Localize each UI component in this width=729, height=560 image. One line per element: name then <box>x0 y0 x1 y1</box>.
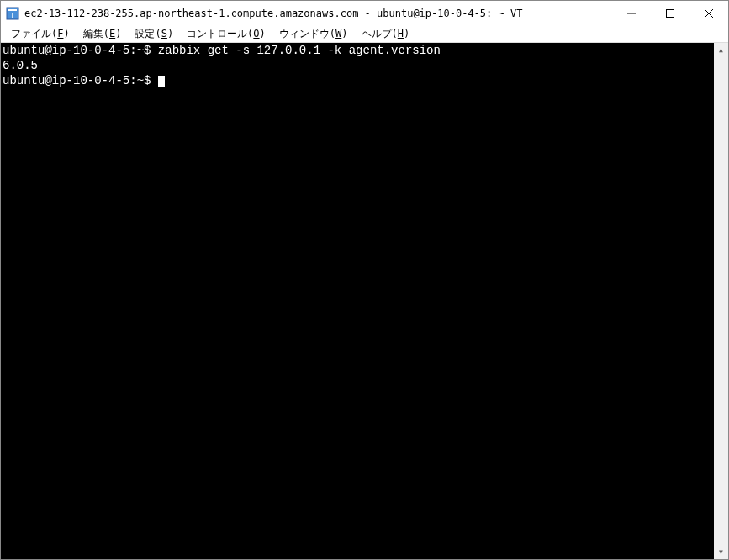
terminal-wrapper: ubuntu@ip-10-0-4-5:~$ zabbix_get -s 127.… <box>1 43 728 559</box>
cursor-icon <box>158 76 165 87</box>
maximize-button[interactable] <box>651 1 689 26</box>
scroll-track[interactable] <box>714 57 728 545</box>
menubar: ファイル(F) 編集(E) 設定(S) コントロール(O) ウィンドウ(W) ヘ… <box>1 26 728 43</box>
scroll-down-button[interactable]: ▼ <box>714 545 728 559</box>
titlebar: T ec2-13-112-238-255.ap-northeast-1.comp… <box>1 1 728 26</box>
menu-help[interactable]: ヘルプ(H) <box>355 25 417 43</box>
svg-text:T: T <box>10 11 15 19</box>
close-button[interactable] <box>689 1 728 26</box>
menu-file[interactable]: ファイル(F) <box>4 25 77 43</box>
app-icon: T <box>6 7 19 20</box>
menu-setup[interactable]: 設定(S) <box>128 25 180 43</box>
menu-window[interactable]: ウィンドウ(W) <box>272 25 355 43</box>
menu-edit[interactable]: 編集(E) <box>77 25 129 43</box>
scroll-up-button[interactable]: ▲ <box>714 43 728 57</box>
terminal-line: ubuntu@ip-10-0-4-5:~$ zabbix_get -s 127.… <box>3 43 712 58</box>
terminal-prompt: ubuntu@ip-10-0-4-5:~$ <box>3 73 712 88</box>
window-controls <box>612 1 728 26</box>
minimize-button[interactable] <box>612 1 651 26</box>
scrollbar[interactable]: ▲ ▼ <box>714 43 728 559</box>
svg-rect-4 <box>667 10 674 18</box>
menu-control[interactable]: コントロール(O) <box>180 25 272 43</box>
terminal-output: 6.0.5 <box>3 58 712 73</box>
app-window: T ec2-13-112-238-255.ap-northeast-1.comp… <box>0 0 729 560</box>
window-title: ec2-13-112-238-255.ap-northeast-1.comput… <box>24 8 612 19</box>
terminal[interactable]: ubuntu@ip-10-0-4-5:~$ zabbix_get -s 127.… <box>1 43 714 559</box>
